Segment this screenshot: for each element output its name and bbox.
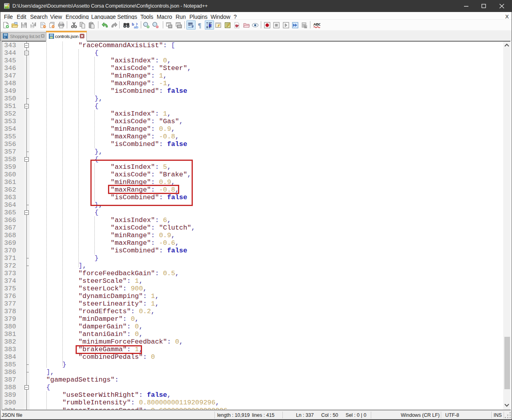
svg-text:¶: ¶	[198, 22, 202, 29]
svg-text:ABC: ABC	[313, 22, 320, 26]
svg-text:ab: ab	[134, 24, 138, 29]
